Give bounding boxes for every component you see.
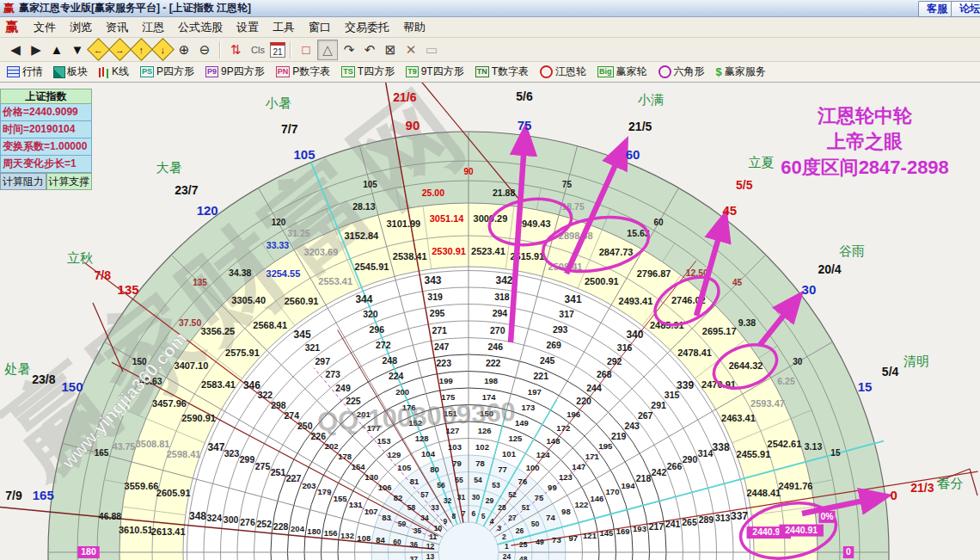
- svg-text:108: 108: [357, 533, 371, 543]
- svg-text:75: 75: [562, 180, 573, 189]
- cls-icon[interactable]: Cls: [247, 40, 269, 59]
- svg-text:121: 121: [583, 531, 597, 540]
- next-icon[interactable]: ▶: [27, 40, 46, 59]
- func-tab-K线[interactable]: K线: [99, 65, 129, 79]
- func-tab-行情[interactable]: 行情: [7, 65, 43, 79]
- func-tab-P四方形[interactable]: PSP四方形: [140, 65, 194, 79]
- svg-text:290: 290: [683, 454, 698, 465]
- menu-item-6[interactable]: 工具: [266, 19, 302, 35]
- func-tab-六角形[interactable]: 六角形: [658, 65, 705, 79]
- menu-item-1[interactable]: 浏览: [63, 19, 99, 35]
- svg-text:9: 9: [443, 517, 447, 526]
- svg-text:100: 100: [526, 463, 540, 472]
- svg-text:293: 293: [553, 324, 568, 335]
- svg-text:3610.51: 3610.51: [119, 525, 153, 535]
- badge-icon-T9: T9: [406, 66, 419, 77]
- svg-text:200: 200: [395, 387, 409, 397]
- svg-text:2491.76: 2491.76: [779, 481, 813, 491]
- svg-text:3203.69: 3203.69: [304, 247, 339, 257]
- window-title: 赢家江恩专业版[赢家服务平台] - [上证指数 江恩轮]: [19, 1, 251, 15]
- board-icon[interactable]: ▭: [422, 40, 441, 59]
- zoom-out-icon[interactable]: ⊖: [195, 40, 214, 59]
- menu-item-9[interactable]: 帮助: [396, 19, 432, 35]
- menu-item-4[interactable]: 公式选股: [171, 19, 230, 35]
- svg-text:97: 97: [568, 533, 578, 543]
- pan-left-icon[interactable]: ←: [87, 38, 110, 61]
- svg-text:132: 132: [340, 531, 354, 540]
- svg-text:2605.91: 2605.91: [156, 488, 191, 498]
- svg-text:252: 252: [257, 519, 273, 529]
- wheel-icon: [658, 65, 671, 78]
- peak-up-icon[interactable]: ▲: [47, 40, 66, 59]
- svg-text:246: 246: [488, 342, 504, 352]
- svg-text:155: 155: [334, 494, 348, 503]
- panel-row-1: 时间=20190104: [0, 121, 92, 138]
- calc-support-button[interactable]: 计算支撑: [46, 173, 93, 190]
- svg-text:3508.81: 3508.81: [136, 439, 170, 449]
- svg-text:2448.41: 2448.41: [746, 488, 781, 498]
- svg-text:250: 250: [297, 421, 313, 431]
- svg-text:53: 53: [492, 481, 500, 489]
- rotate-cw-icon[interactable]: ↷: [340, 40, 358, 59]
- peak-down-icon[interactable]: ▼: [68, 40, 87, 59]
- svg-text:2847.73: 2847.73: [599, 247, 634, 257]
- svg-text:129: 129: [387, 450, 401, 459]
- svg-text:35: 35: [413, 526, 422, 535]
- menu-item-3[interactable]: 江恩: [135, 19, 171, 35]
- svg-text:7/7: 7/7: [281, 122, 298, 136]
- svg-text:25: 25: [519, 540, 528, 549]
- svg-text:3559.66: 3559.66: [125, 481, 159, 491]
- svg-text:2560.91: 2560.91: [285, 296, 319, 306]
- svg-text:267: 267: [638, 410, 653, 421]
- func-tab-江恩轮[interactable]: 江恩轮: [540, 65, 586, 79]
- menu-item-5[interactable]: 设置: [230, 19, 266, 35]
- func-tab-T数字表[interactable]: TNT数字表: [475, 65, 529, 79]
- func-tab-P数字表[interactable]: PNP数字表: [276, 65, 331, 79]
- menu-item-2[interactable]: 资讯: [99, 19, 135, 35]
- pan-right-icon[interactable]: →: [108, 38, 132, 61]
- pan-up-icon[interactable]: ↑: [130, 38, 153, 61]
- func-tab-label: 板块: [67, 65, 88, 79]
- panel-title: 上证指数: [0, 89, 92, 104]
- menu-item-8[interactable]: 交易委托: [338, 19, 396, 35]
- rotate-ccw-icon[interactable]: ↶: [360, 40, 379, 59]
- gann-wheel-canvas[interactable]: 赢家财富网12345678910111213242526272829303132…: [0, 0, 980, 560]
- forum-button[interactable]: 论坛: [951, 1, 980, 17]
- svg-text:8: 8: [452, 512, 456, 520]
- svg-text:120: 120: [197, 203, 218, 218]
- svg-text:344: 344: [355, 293, 372, 305]
- svg-text:79: 79: [452, 458, 462, 468]
- svg-text:2545.91: 2545.91: [355, 262, 389, 272]
- svg-text:291: 291: [651, 400, 666, 410]
- svg-text:0%: 0%: [820, 511, 834, 521]
- pan-down-icon[interactable]: ↓: [151, 38, 175, 61]
- svg-text:60: 60: [626, 147, 640, 162]
- calendar-icon[interactable]: 21: [270, 42, 285, 58]
- func-tab-9P四方形[interactable]: P99P四方形: [205, 65, 265, 79]
- svg-text:154: 154: [352, 462, 366, 471]
- calc-resistance-button[interactable]: 计算阻力: [0, 173, 46, 190]
- prev-icon[interactable]: ◀: [6, 40, 25, 59]
- svg-text:150: 150: [61, 379, 83, 394]
- menu-item-0[interactable]: 文件: [27, 19, 63, 35]
- svg-text:179: 179: [318, 487, 332, 496]
- svg-text:99: 99: [548, 483, 557, 492]
- box-x-icon[interactable]: ⊠: [381, 40, 400, 59]
- func-tab-T四方形[interactable]: TST四方形: [341, 65, 395, 79]
- menu-item-7[interactable]: 窗口: [302, 19, 338, 35]
- updown-icon[interactable]: ⇅: [226, 40, 245, 59]
- svg-text:271: 271: [432, 325, 447, 335]
- func-tab-赢家轮[interactable]: Big赢家轮: [597, 65, 647, 79]
- svg-text:346: 346: [243, 379, 260, 391]
- svg-text:3152.84: 3152.84: [344, 231, 379, 241]
- svg-text:29: 29: [486, 496, 494, 505]
- svg-text:清明: 清明: [903, 354, 929, 368]
- svg-text:316: 316: [617, 342, 633, 353]
- func-tab-9T四方形[interactable]: T99T四方形: [406, 65, 464, 79]
- func-tab-赢家服务[interactable]: $赢家服务: [716, 65, 766, 79]
- rect-tool-icon[interactable]: □: [297, 40, 315, 59]
- triangle-tool-icon[interactable]: △: [317, 40, 338, 60]
- zoom-in-icon[interactable]: ⊕: [175, 40, 193, 59]
- cross-icon[interactable]: ✕: [401, 40, 420, 59]
- func-tab-板块[interactable]: 板块: [54, 65, 88, 79]
